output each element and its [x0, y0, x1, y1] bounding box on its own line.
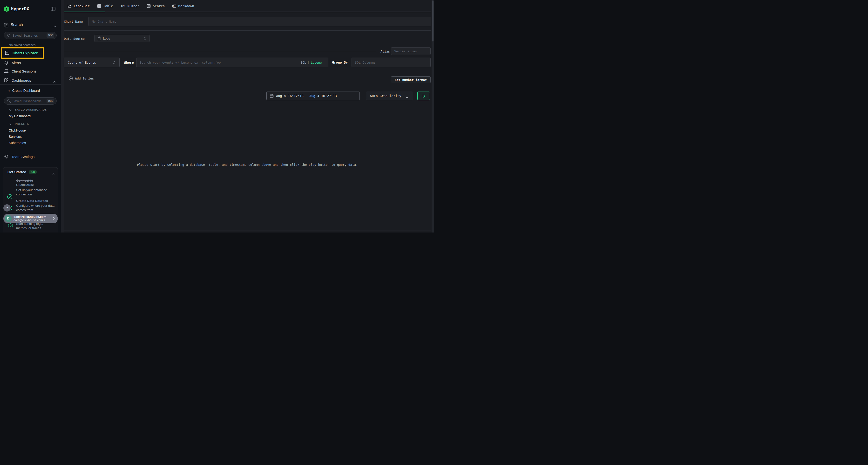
get-started-item-send-data[interactable]: Start sending logs, metrics, or traces — [3, 223, 58, 232]
time-range-picker[interactable]: Aug 4 16:12:13 - Aug 4 16:27:13 — [267, 92, 360, 100]
group-by-label: Group By — [332, 61, 348, 64]
select-updown-icon — [113, 61, 116, 66]
sidebar-item-clickhouse[interactable]: ClickHouse — [9, 128, 26, 132]
run-query-button[interactable] — [417, 92, 430, 100]
sidebar-item-label: Dashboards — [11, 78, 31, 82]
sidebar-item-kubernetes[interactable]: Kubernetes — [9, 141, 26, 145]
get-started-title: Get Started — [7, 170, 26, 174]
content-gutter — [61, 0, 64, 232]
no-saved-searches-text: No saved searches — [9, 43, 35, 47]
lucene-toggle[interactable]: Lucene — [311, 61, 322, 64]
data-source-select[interactable]: Logs — [94, 35, 150, 42]
create-dashboard-button[interactable]: +Create Dashboard — [8, 89, 40, 93]
search-icon — [7, 34, 11, 38]
sidebar-item-alerts[interactable]: Alerts — [0, 59, 61, 66]
section-divider — [64, 30, 431, 31]
sidebar-item-label: Chart Explorer — [12, 51, 38, 55]
empty-state-message: Please start by selecting a database, ta… — [61, 163, 434, 166]
tab-markdown[interactable]: M↓ Markdown — [168, 0, 198, 12]
app-title: HyperDX — [11, 6, 29, 11]
tab-label: Table — [103, 4, 113, 8]
shortcut-badge: ⌘K — [46, 33, 54, 38]
sidebar-item-team-settings[interactable]: Team Settings — [0, 153, 61, 161]
sidebar-item-label: Client Sessions — [11, 69, 36, 73]
task-title: Create Data Sources — [16, 199, 55, 203]
tab-label: Search — [153, 4, 165, 8]
logo-row: HyperDX — [0, 5, 61, 13]
main-content: Line/Bar Table 123 Number Search M↓ Ma — [61, 0, 434, 232]
saved-dashboards-placeholder: Saved Dashboards — [12, 99, 41, 103]
user-menu[interactable]: D dale@clickhouse.com dale@clickhouse.co… — [3, 214, 58, 223]
saved-dashboards-input[interactable]: Saved Dashboards ⌘K — [4, 97, 57, 105]
aggregation-value: Count of Events — [68, 61, 96, 64]
tab-number[interactable]: 123 Number — [117, 0, 143, 12]
where-label: Where — [124, 61, 134, 64]
saved-searches-input[interactable]: Saved Searches ⌘K — [4, 32, 57, 39]
sidebar: HyperDX Search Saved Searches ⌘K No save… — [0, 0, 61, 232]
table-icon — [97, 4, 101, 8]
where-search-input[interactable] — [136, 58, 329, 67]
chart-name-input[interactable] — [89, 16, 431, 26]
section-header-label: SAVED DASHBOARDS — [15, 108, 47, 111]
collapse-sidebar-icon[interactable] — [51, 7, 56, 12]
granularity-value: Auto Granularity — [370, 94, 401, 98]
presets-section-header[interactable]: PRESETS — [9, 122, 29, 125]
scrollbar-track[interactable] — [432, 0, 434, 232]
alias-label: Alias — [380, 49, 390, 53]
document-list-icon — [147, 4, 151, 8]
series-alias-input[interactable] — [391, 47, 431, 55]
sidebar-item-my-dashboard[interactable]: My Dashboard — [9, 114, 31, 118]
group-by-input[interactable] — [351, 58, 431, 67]
scrollbar-thumb[interactable] — [432, 0, 434, 41]
set-number-format-button[interactable]: Set number format — [391, 76, 431, 83]
task-title: Connect to ClickHouse — [16, 178, 55, 187]
search-section-label: Search — [10, 23, 23, 27]
help-button[interactable]: ? — [3, 204, 10, 211]
chevron-down-icon — [9, 123, 12, 126]
search-section-icon — [4, 23, 8, 28]
tab-active-underline — [64, 11, 105, 12]
data-source-label: Data Source — [64, 37, 85, 40]
user-workspace: dale@clickhouse.com's — [13, 219, 45, 222]
calendar-icon — [270, 94, 274, 99]
progress-badge: 3/3 — [29, 170, 37, 174]
saved-searches-placeholder: Saved Searches — [12, 34, 38, 37]
sidebar-item-label: Alerts — [11, 61, 21, 65]
bell-icon — [4, 61, 8, 66]
set-number-format-label: Set number format — [395, 78, 427, 82]
sidebar-item-services[interactable]: Services — [9, 135, 22, 138]
laptop-icon — [4, 69, 9, 74]
add-series-button[interactable]: Add Series — [69, 76, 94, 80]
line-chart-icon — [67, 4, 72, 8]
create-dashboard-label: Create Dashboard — [12, 89, 40, 93]
chart-type-tabs: Line/Bar Table 123 Number Search M↓ Ma — [64, 0, 198, 12]
user-email: dale@clickhouse.com — [13, 215, 46, 219]
markdown-icon: M↓ — [173, 5, 176, 8]
chevron-up-icon — [53, 79, 56, 84]
select-updown-icon — [144, 37, 146, 41]
sidebar-item-client-sessions[interactable]: Client Sessions — [0, 68, 61, 75]
tab-line-bar[interactable]: Line/Bar — [64, 0, 93, 12]
task-description: Set up your database connection — [16, 188, 55, 197]
get-started-header[interactable]: Get Started 3/3 — [3, 167, 58, 177]
sidebar-item-dashboards[interactable]: Dashboards — [0, 77, 61, 84]
chart-name-label: Chart Name — [64, 20, 83, 23]
plus-circle-icon — [69, 76, 73, 80]
tab-search[interactable]: Search — [143, 0, 168, 12]
sidebar-divider — [0, 28, 61, 28]
toggle-separator: | — [306, 61, 311, 64]
plus-icon: + — [8, 89, 10, 93]
aggregation-select[interactable]: Count of Events — [64, 58, 120, 67]
sidebar-item-chart-explorer[interactable]: Chart Explorer — [2, 48, 43, 58]
granularity-select[interactable]: Auto Granularity — [366, 92, 413, 100]
chevron-right-icon — [53, 217, 55, 221]
time-range-value: Aug 4 16:12:13 - Aug 4 16:27:13 — [276, 94, 337, 98]
tab-label: Line/Bar — [74, 4, 89, 8]
chevron-down-icon — [9, 108, 12, 111]
app-window: HyperDX Search Saved Searches ⌘K No save… — [0, 0, 434, 232]
annotation-highlight-box: Chart Explorer — [1, 47, 44, 59]
saved-dashboards-section-header[interactable]: SAVED DASHBOARDS — [9, 108, 47, 111]
sql-toggle[interactable]: SQL — [301, 61, 306, 64]
shortcut-badge: ⌘K — [46, 99, 54, 103]
tab-table[interactable]: Table — [93, 0, 117, 12]
